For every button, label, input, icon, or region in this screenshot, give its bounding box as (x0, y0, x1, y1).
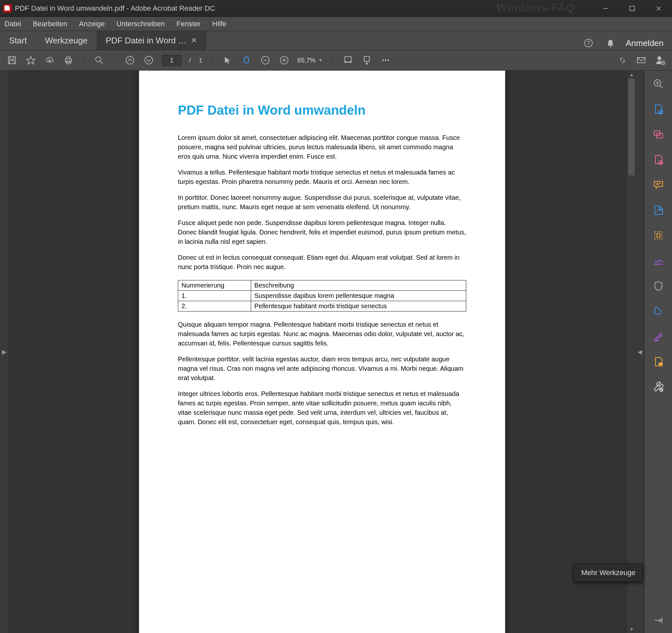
zoom-out-icon[interactable] (260, 55, 271, 66)
tab-doc-label: PDF Datei in Word … (105, 35, 186, 46)
doc-p1: Lorem ipsum dolor sit amet, consectetuer… (178, 133, 466, 161)
menu-bearbeiten[interactable]: Bearbeiten (31, 18, 68, 30)
star-icon[interactable] (25, 55, 36, 66)
selection-tool-icon[interactable] (222, 55, 233, 66)
svg-rect-9 (10, 60, 14, 64)
svg-point-31 (387, 59, 389, 61)
page-input[interactable] (162, 55, 182, 66)
th-2: Beschreibung (251, 280, 466, 291)
more-tools-icon[interactable] (652, 380, 665, 394)
svg-rect-51 (655, 232, 662, 239)
svg-rect-27 (364, 56, 369, 61)
save-icon[interactable] (6, 55, 18, 66)
scroll-thumb[interactable] (628, 78, 635, 176)
hand-tool-icon[interactable] (241, 55, 252, 66)
svg-rect-52 (657, 234, 660, 237)
doc-p6: Quisque aliquam tempor magna. Pellentesq… (178, 320, 466, 348)
doc-p4: Fusce aliquet pede non pede. Suspendisse… (178, 218, 466, 246)
svg-rect-55 (659, 363, 663, 365)
bell-icon[interactable] (604, 36, 617, 50)
more-icon[interactable] (380, 55, 391, 66)
td-r1c1: 1. (178, 291, 251, 301)
svg-point-18 (145, 56, 152, 64)
close-button[interactable] (645, 0, 672, 17)
window-title: PDF Datei in Word umwandeln.pdf - Adobe … (15, 4, 215, 12)
left-pane-toggle[interactable]: ▶ (0, 71, 8, 633)
print-icon[interactable] (63, 55, 74, 66)
document-viewer[interactable]: PDF Datei in Word umwandeln Lorem ipsum … (8, 71, 636, 633)
svg-point-30 (385, 59, 387, 61)
signin-button[interactable]: Anmelden (626, 38, 664, 48)
svg-rect-8 (10, 57, 14, 59)
minimize-button[interactable] (592, 0, 619, 17)
fit-page-icon[interactable] (361, 55, 372, 66)
search-icon[interactable] (94, 55, 105, 66)
fill-sign-icon[interactable] (652, 330, 665, 343)
zoom-tool-icon[interactable] (652, 77, 665, 91)
combine-icon[interactable] (652, 128, 665, 141)
tab-close-icon[interactable]: ✕ (191, 36, 197, 45)
svg-point-17 (126, 56, 134, 64)
edit-pdf-icon[interactable] (652, 153, 665, 167)
vertical-scrollbar[interactable]: ▴ ▾ (627, 71, 636, 633)
create-pdf-icon[interactable] (652, 102, 665, 116)
zoom-select[interactable]: 65,7%▼ (297, 57, 323, 64)
protect-icon[interactable] (652, 279, 665, 293)
workspace: ▶ PDF Datei in Word umwandeln Lorem ipsu… (0, 71, 672, 633)
menu-unterschreiben[interactable]: Unterschreiben (115, 18, 166, 30)
td-r1c2: Suspendisse dapibus lorem pellentesque m… (251, 291, 466, 301)
tab-start-label: Start (9, 35, 27, 46)
help-icon[interactable]: ? (582, 36, 595, 50)
svg-line-16 (100, 61, 103, 64)
svg-marker-19 (225, 57, 231, 64)
watermark: Windows-FAQ (497, 1, 575, 14)
svg-rect-13 (66, 57, 70, 59)
sign-icon[interactable] (652, 254, 665, 268)
svg-text:?: ? (587, 40, 590, 46)
link-icon[interactable] (617, 55, 628, 66)
page-down-icon[interactable] (143, 55, 154, 66)
doc-p7: Pellentesque porttitor, velit lacinia eg… (178, 355, 466, 383)
menu-datei[interactable]: Datei (3, 18, 22, 30)
zoom-value: 65,7% (297, 57, 316, 64)
menu-hilfe[interactable]: Hilfe (211, 18, 228, 30)
tab-start[interactable]: Start (0, 31, 36, 50)
tab-werkzeuge[interactable]: Werkzeuge (36, 31, 97, 50)
organize-icon[interactable] (652, 229, 665, 242)
svg-point-33 (657, 56, 661, 60)
scroll-down-icon[interactable]: ▾ (627, 625, 636, 633)
tool-panel (644, 71, 672, 633)
title-bar: PDF Datei in Word umwandeln.pdf - Adobe … (0, 0, 672, 17)
doc-heading: PDF Datei in Word umwandeln (178, 103, 466, 118)
page-up-icon[interactable] (124, 55, 136, 66)
tab-document[interactable]: PDF Datei in Word … ✕ (97, 31, 206, 50)
chevron-right-icon: ▶ (2, 348, 6, 356)
svg-line-38 (660, 85, 663, 88)
zoom-in-icon[interactable] (279, 55, 290, 66)
menu-fenster[interactable]: Fenster (175, 18, 202, 30)
mail-icon[interactable] (636, 55, 647, 66)
right-pane-toggle[interactable]: ◀ (636, 71, 644, 633)
stamp-icon[interactable] (652, 355, 665, 369)
chevron-down-icon: ▼ (318, 58, 323, 63)
fit-width-icon[interactable] (342, 55, 354, 66)
share-user-icon[interactable] (654, 55, 666, 66)
pdf-page: PDF Datei in Word umwandeln Lorem ipsum … (139, 71, 505, 633)
chevron-left-icon: ◀ (638, 348, 642, 356)
doc-p8: Integer ultrices lobortis eros. Pellente… (178, 389, 466, 427)
collapse-pane-icon[interactable] (652, 613, 665, 627)
cloud-upload-icon[interactable] (44, 55, 55, 66)
maximize-button[interactable] (619, 0, 645, 17)
svg-rect-1 (630, 6, 634, 11)
comment-icon[interactable] (652, 178, 665, 192)
doc-table: NummerierungBeschreibung 1.Suspendisse d… (178, 280, 466, 311)
optimize-icon[interactable] (652, 304, 665, 318)
doc-p3: In porttitor. Donec laoreet nonummy augu… (178, 193, 466, 212)
svg-point-29 (382, 59, 384, 61)
svg-marker-10 (27, 56, 35, 64)
export-pdf-icon[interactable] (652, 203, 665, 217)
app-icon (3, 4, 12, 12)
scroll-up-icon[interactable]: ▴ (627, 71, 636, 78)
menu-anzeige[interactable]: Anzeige (78, 18, 106, 30)
svg-rect-25 (345, 57, 351, 62)
